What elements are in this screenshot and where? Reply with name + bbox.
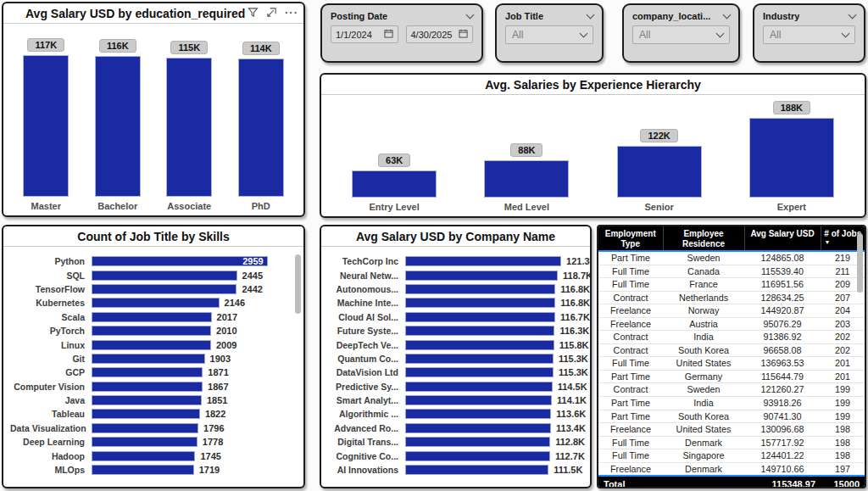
bar-column: 88KMed Level [460, 143, 593, 212]
bar[interactable] [166, 58, 212, 197]
col-avg-salary[interactable]: Avg Salary USD [744, 226, 821, 251]
bar[interactable] [92, 437, 198, 447]
bar-value-label: 88K [510, 143, 542, 157]
bar[interactable] [484, 160, 569, 198]
table-row[interactable]: Part TimeSweden124865.08219 [598, 251, 865, 265]
chevron-down-icon[interactable] [723, 11, 732, 20]
table-row[interactable]: Full TimeSingapore124401.22198 [598, 449, 865, 463]
industry-dropdown[interactable]: All [763, 25, 855, 44]
table-cell: 124401.22 [744, 449, 821, 463]
bar[interactable] [95, 56, 141, 197]
bar-row: Scala2017 [10, 310, 292, 324]
x-axis-label: Senior [645, 202, 674, 212]
bar[interactable] [92, 312, 212, 322]
bar[interactable] [405, 284, 555, 294]
bar-value-label: 1778 [203, 437, 223, 447]
bar[interactable] [92, 326, 211, 336]
calendar-icon[interactable] [459, 29, 468, 40]
table-row[interactable]: Full TimeCanada115539.40211 [598, 265, 865, 278]
bar[interactable] [405, 437, 550, 447]
bar[interactable] [92, 382, 203, 392]
skills-chart-title: Count of Job Title by Skills [77, 230, 229, 243]
table-row[interactable]: Part TimeIndia93918.26199 [598, 397, 865, 410]
bar-track: 2010 [92, 326, 292, 336]
bar-column: 122KSenior [593, 129, 726, 212]
table-scrollbar[interactable] [857, 233, 863, 293]
y-axis-label: TechCorp Inc [328, 256, 405, 266]
bar[interactable] [92, 451, 195, 461]
bar-value-label: 1745 [200, 451, 220, 461]
bar-value-label: 1851 [207, 395, 227, 405]
focus-mode-icon[interactable] [266, 7, 277, 18]
table-row[interactable]: FreelanceUnited States130096.68198 [598, 423, 865, 437]
table-row[interactable]: Part TimeSouth Korea90741.30199 [598, 410, 865, 423]
table-cell: Denmark [663, 462, 744, 476]
bar[interactable] [405, 395, 552, 405]
bar[interactable] [92, 298, 220, 308]
table-row[interactable]: FreelanceAustria95076.29203 [598, 317, 865, 331]
filter-icon[interactable] [248, 7, 259, 18]
y-axis-label: Predictive Sy... [328, 382, 405, 392]
bar[interactable]: 2959 [92, 256, 268, 266]
bar[interactable] [92, 367, 203, 377]
industry-slicer: Industry All [753, 3, 865, 63]
bar-row: DeepTech Ve...115.8K [328, 338, 587, 351]
table-cell: Contract [598, 331, 663, 344]
end-date-input[interactable]: 4/30/2025 [406, 25, 474, 43]
bar[interactable] [405, 423, 551, 433]
bar[interactable] [405, 326, 554, 336]
skills-scrollbar[interactable] [295, 254, 301, 314]
bar[interactable] [405, 256, 561, 266]
bar[interactable] [405, 298, 555, 308]
col-employment-type[interactable]: Employment Type [598, 226, 663, 251]
bar[interactable] [352, 170, 437, 198]
bar[interactable] [405, 354, 554, 364]
col-employee-residence[interactable]: Employee Residence [663, 226, 744, 251]
bar[interactable] [405, 340, 554, 350]
table-row[interactable]: ContractSouth Korea96658.08202 [598, 343, 865, 357]
chevron-down-icon [580, 30, 588, 38]
job-title-dropdown[interactable]: All [505, 25, 593, 44]
bar[interactable] [92, 354, 205, 364]
chevron-down-icon[interactable] [587, 11, 595, 20]
bar[interactable] [749, 118, 834, 198]
bar[interactable] [92, 395, 202, 405]
table-row[interactable]: FreelanceDenmark149710.66197 [598, 462, 865, 476]
more-options-icon[interactable]: ··· [285, 8, 298, 17]
bar[interactable] [92, 284, 236, 294]
table-row[interactable]: Full TimeFrance116951.56209 [598, 278, 865, 292]
bar[interactable] [23, 55, 69, 197]
start-date-input[interactable]: 1/1/2024 [331, 25, 398, 43]
bar-column: 63KEntry Level [328, 153, 460, 212]
bar[interactable] [405, 465, 548, 475]
table-row[interactable]: FreelanceNorway144920.87204 [598, 304, 865, 318]
bar[interactable] [405, 367, 554, 377]
bar[interactable] [405, 409, 551, 419]
table-row[interactable]: Full TimeDenmark157717.92198 [598, 436, 865, 449]
bar[interactable] [405, 271, 558, 281]
table-row[interactable]: ContractIndia91386.92202 [598, 331, 865, 344]
company-location-dropdown[interactable]: All [632, 25, 730, 44]
bar[interactable] [405, 451, 550, 461]
bar[interactable] [405, 312, 555, 322]
calendar-icon[interactable] [384, 29, 393, 40]
bar[interactable] [405, 382, 553, 392]
table-row[interactable]: ContractNetherlands128634.25207 [598, 291, 865, 304]
table-row[interactable]: ContractSweden121260.27199 [598, 383, 865, 397]
chevron-down-icon[interactable] [849, 11, 857, 20]
bar[interactable] [92, 340, 211, 350]
bar-row: Neural Netw...118.7K [328, 268, 587, 282]
bar[interactable] [238, 59, 284, 197]
bar[interactable] [92, 271, 237, 281]
bar[interactable] [92, 465, 194, 475]
bar[interactable] [92, 423, 198, 433]
bar-value-label: 115.8K [559, 340, 589, 350]
bar[interactable] [617, 146, 702, 198]
bar[interactable] [92, 409, 200, 419]
bar-track: 111.5K [405, 465, 587, 475]
chevron-down-icon[interactable] [466, 11, 475, 20]
y-axis-label: Linux [10, 340, 92, 350]
table-row[interactable]: Full TimeUnited States136963.53201 [598, 357, 865, 371]
table-row[interactable]: Part TimeGermany115644.79201 [598, 370, 865, 383]
table-cell: Full Time [598, 436, 663, 449]
